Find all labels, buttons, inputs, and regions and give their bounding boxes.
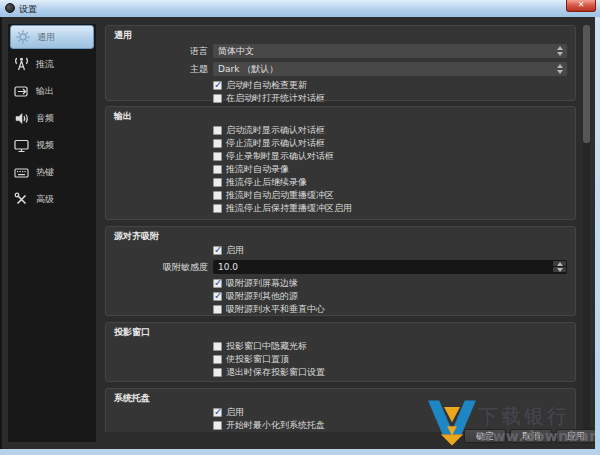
checkbox[interactable] — [213, 246, 222, 255]
checkbox[interactable] — [213, 305, 222, 314]
checkbox[interactable] — [213, 279, 222, 288]
theme-value: Dark （默认） — [213, 63, 553, 76]
checkbox[interactable] — [213, 204, 222, 213]
checkbox-label: 开始时最小化到系统托盘 — [226, 419, 325, 432]
checkbox-label: 吸附源到其他的源 — [226, 290, 298, 303]
checkbox-row[interactable]: 退出时保存投影窗口设置 — [213, 367, 575, 378]
checkbox-label: 吸附源到屏幕边缘 — [226, 277, 298, 290]
group-output: 输出 启动流时显示确认对话框 停止流时显示确认对话框 停止录制时显示确认对话框 — [105, 106, 576, 220]
checkbox[interactable] — [213, 342, 222, 351]
checkbox-row[interactable]: 吸附源到水平和垂直中心 — [213, 304, 575, 315]
checkbox-label: 停止录制时显示确认对话框 — [226, 150, 334, 163]
checkbox-label: 推流停止后保持重播缓冲区启用 — [226, 202, 352, 215]
cancel-button[interactable]: 取消 — [510, 429, 552, 443]
sidebar-item-label: 热键 — [36, 166, 54, 179]
theme-select[interactable]: Dark （默认） — [213, 62, 567, 76]
checkbox-label: 退出时保存投影窗口设置 — [226, 366, 325, 379]
checkbox[interactable] — [213, 139, 222, 148]
checkbox-row[interactable]: 吸附源到其他的源 — [213, 291, 575, 302]
video-icon — [12, 137, 31, 154]
vertical-scrollbar[interactable] — [583, 25, 590, 430]
checkbox[interactable] — [213, 421, 222, 430]
obs-app-icon — [5, 3, 15, 13]
sidebar-item-audio[interactable]: 音频 — [8, 105, 96, 132]
sidebar-item-label: 高级 — [36, 193, 54, 206]
sidebar-item-video[interactable]: 视频 — [8, 132, 96, 159]
checkbox[interactable] — [213, 368, 222, 377]
checkbox[interactable] — [213, 126, 222, 135]
checkbox-row[interactable]: 启动时自动检查更新 — [213, 80, 575, 91]
checkbox[interactable] — [213, 292, 222, 301]
checkbox-label: 推流时自动启动重播缓冲区 — [226, 189, 334, 202]
checkbox-row[interactable]: 投影窗口中隐藏光标 — [213, 341, 575, 352]
group-title: 源对齐吸附 — [114, 230, 159, 243]
close-button[interactable]: ✕ — [566, 0, 596, 12]
checkbox[interactable] — [213, 355, 222, 364]
sidebar-item-label: 输出 — [36, 85, 54, 98]
settings-dialog: 通用 推流 输出 — [2, 17, 595, 449]
spinner-arrows-icon[interactable] — [553, 62, 567, 76]
group-title: 系统托盘 — [114, 392, 150, 405]
checkbox-row[interactable]: 在启动时打开统计对话框 — [213, 93, 575, 104]
spinner-arrows-icon[interactable] — [553, 261, 566, 273]
output-icon — [12, 83, 31, 100]
sidebar-item-stream[interactable]: 推流 — [8, 51, 96, 78]
checkbox-row[interactable]: 停止流时显示确认对话框 — [213, 138, 575, 149]
checkbox[interactable] — [213, 81, 222, 90]
checkbox-row[interactable]: 启用 — [213, 245, 575, 256]
language-label: 语言 — [106, 45, 213, 58]
checkbox-label: 使投影窗口置顶 — [226, 353, 289, 366]
settings-window: 设置 ✕ 通用 — [0, 0, 600, 455]
broadcast-icon — [12, 56, 31, 73]
language-select[interactable]: 简体中文 — [213, 44, 567, 58]
checkbox[interactable] — [213, 191, 222, 200]
group-title: 投影窗口 — [114, 326, 150, 339]
checkbox-row[interactable]: 吸附源到屏幕边缘 — [213, 278, 575, 289]
apply-button[interactable]: 应用 — [556, 429, 595, 443]
theme-label: 主题 — [106, 63, 213, 76]
checkbox-row[interactable]: 推流时自动录像 — [213, 164, 575, 175]
gear-icon — [13, 29, 32, 46]
audio-icon — [12, 110, 31, 127]
checkbox[interactable] — [213, 94, 222, 103]
checkbox-row[interactable]: 使投影窗口置顶 — [213, 354, 575, 365]
sidebar-item-label: 推流 — [36, 58, 54, 71]
sidebar-item-advanced[interactable]: 高级 — [8, 186, 96, 213]
group-general: 通用 语言 简体中文 主题 Dark （默认） — [105, 25, 576, 101]
checkbox[interactable] — [213, 152, 222, 161]
group-title: 输出 — [114, 110, 132, 123]
window-title: 设置 — [19, 3, 37, 16]
checkbox-row[interactable]: 推流停止后保持重播缓冲区启用 — [213, 203, 575, 214]
checkbox-label: 推流停止后继续录像 — [226, 176, 307, 189]
checkbox-label: 启动时自动检查更新 — [226, 79, 307, 92]
group-title: 通用 — [114, 29, 132, 42]
spinner-arrows-icon[interactable] — [553, 44, 567, 58]
sidebar-item-hotkeys[interactable]: 热键 — [8, 159, 96, 186]
sidebar-item-general[interactable]: 通用 — [10, 25, 94, 49]
sidebar-item-output[interactable]: 输出 — [8, 78, 96, 105]
checkbox-row[interactable]: 推流停止后继续录像 — [213, 177, 575, 188]
ok-button[interactable]: 确定 — [464, 429, 506, 443]
sidebar-item-label: 音频 — [36, 112, 54, 125]
scrollbar-thumb[interactable] — [583, 25, 590, 143]
snap-sensitivity-label: 吸附敏感度 — [106, 261, 213, 274]
group-snapping: 源对齐吸附 启用 吸附敏感度 10.0 — [105, 226, 576, 316]
group-tray: 系统托盘 启用 开始时最小化到系统托盘 总是最小化到系统托盘，而不是任务栏 — [105, 388, 576, 432]
checkbox-label: 推流时自动录像 — [226, 163, 289, 176]
settings-content: 通用 语言 简体中文 主题 Dark （默认） — [105, 20, 578, 432]
title-bar[interactable]: 设置 ✕ — [0, 0, 600, 17]
group-projector: 投影窗口 投影窗口中隐藏光标 使投影窗口置顶 退出时保存投影窗口设置 — [105, 322, 576, 382]
checkbox[interactable] — [213, 165, 222, 174]
checkbox-row[interactable]: 停止录制时显示确认对话框 — [213, 151, 575, 162]
checkbox-label: 在启动时打开统计对话框 — [226, 92, 325, 105]
snap-sensitivity-input[interactable]: 10.0 — [213, 260, 567, 274]
tools-icon — [12, 191, 31, 208]
checkbox[interactable] — [213, 408, 222, 417]
checkbox-row[interactable]: 推流时自动启动重播缓冲区 — [213, 190, 575, 201]
checkbox-row[interactable]: 启动流时显示确认对话框 — [213, 125, 575, 136]
checkbox-label: 启动流时显示确认对话框 — [226, 124, 325, 137]
checkbox-label: 启用 — [226, 244, 244, 257]
checkbox-row[interactable]: 启用 — [213, 407, 575, 418]
checkbox[interactable] — [213, 178, 222, 187]
sidebar-item-label: 通用 — [37, 31, 55, 44]
